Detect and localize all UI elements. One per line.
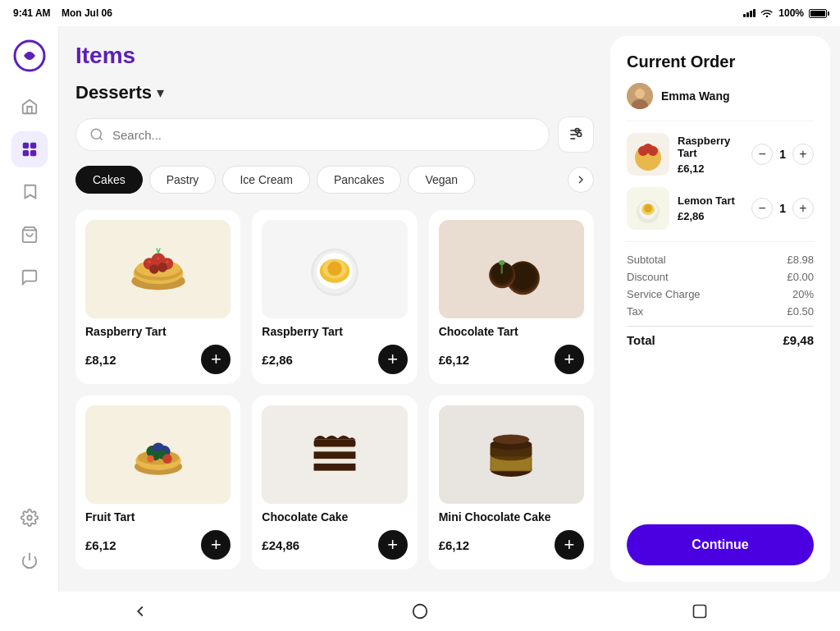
add-product-button-6[interactable]: + [555,530,584,560]
svg-rect-1 [22,143,28,149]
chocolate-tart-img [478,236,544,302]
sidebar-item-home[interactable] [11,89,48,125]
product-name-4: Fruit Tart [85,510,231,524]
sidebar-item-power[interactable] [11,542,48,578]
svg-rect-76 [694,606,706,618]
add-product-button-1[interactable]: + [201,345,231,374]
summary-tax: Tax £0.50 [627,305,814,318]
svg-point-51 [147,455,154,463]
tab-ice-cream[interactable]: Ice Cream [222,166,310,194]
back-button[interactable] [124,595,157,628]
sidebar-bottom [11,500,48,578]
app-logo[interactable] [13,39,46,72]
grid-icon [21,140,39,158]
status-right: 100% [743,7,827,20]
recent-apps-button[interactable] [683,595,716,628]
sidebar [0,26,59,592]
continue-button[interactable]: Continue [627,524,814,565]
summary-subtotal: Subtotal £8.98 [627,254,814,266]
product-card-2: Raspberry Tart £2,86 + [252,210,417,384]
status-time: 9:41 AM [13,7,51,19]
home-nav-button[interactable] [404,595,436,628]
power-icon [21,551,39,569]
order-item-img-1 [628,135,668,174]
status-date: Mon Jul 06 [62,7,112,19]
sidebar-item-cart[interactable] [11,217,48,253]
tax-label: Tax [627,305,643,318]
category-tabs: Cakes Pastry Ice Cream Pancakes Vegan [75,166,594,194]
qty-value-2: 1 [779,202,786,215]
svg-rect-54 [314,440,356,447]
discount-value: £0.00 [787,271,814,283]
add-product-button-3[interactable]: + [555,345,584,374]
add-product-button-4[interactable]: + [201,530,231,560]
qty-decrease-2[interactable]: − [751,198,773,219]
filter-icon [568,126,584,143]
svg-line-27 [158,249,160,254]
order-item-info-2: Lemon Tart £2,86 [678,194,743,222]
svg-point-50 [162,454,172,464]
sidebar-item-grid[interactable] [11,131,48,167]
customer-row: Emma Wang [627,83,814,109]
chevron-down-icon[interactable]: ▾ [157,84,164,102]
chat-icon [21,268,39,286]
svg-point-22 [158,263,167,272]
tab-pancakes[interactable]: Pancakes [317,166,401,194]
qty-decrease-1[interactable]: − [751,144,773,165]
tab-cakes[interactable]: Cakes [75,166,143,194]
summary-discount: Discount £0.00 [627,271,814,283]
order-summary: Subtotal £8.98 Discount £0.00 Service Ch… [627,254,814,347]
signal-icon [743,9,756,17]
order-item-2: Lemon Tart £2,86 − 1 + [627,187,814,230]
tab-vegan[interactable]: Vegan [408,166,475,194]
tabs-next-arrow[interactable] [568,167,594,193]
svg-rect-55 [314,451,356,459]
product-price-row-2: £2,86 + [262,345,407,374]
sidebar-item-bookmark[interactable] [11,174,48,210]
svg-rect-4 [30,150,35,156]
fruit-tart-img [126,422,191,487]
svg-point-74 [644,204,652,213]
svg-point-70 [648,146,658,156]
product-price-row-5: £24,86 + [262,530,407,560]
yellow-tart-img [302,236,368,302]
product-name-3: Chocolate Tart [439,325,584,338]
discount-label: Discount [627,271,669,283]
svg-point-23 [148,261,150,263]
qty-increase-1[interactable]: + [792,144,814,165]
order-item-qty-1: − 1 + [751,144,814,165]
add-product-button-5[interactable]: + [378,530,408,560]
svg-point-8 [91,129,101,139]
sidebar-item-chat[interactable] [11,259,48,295]
cart-icon [21,226,39,244]
svg-rect-3 [22,150,28,156]
products-grid: Raspberry Tart £8,12 + [75,210,594,569]
product-image-4 [85,405,231,504]
service-value: 20% [792,288,814,300]
search-wrapper[interactable] [75,118,550,151]
wifi-icon [760,7,774,20]
avatar-img [627,83,653,109]
product-price-2: £2,86 [262,353,293,367]
svg-point-24 [157,257,159,259]
page-title: Items [75,43,135,69]
summary-total: Total £9,48 [627,326,814,347]
category-dropdown[interactable]: Desserts ▾ [75,82,594,103]
product-price-1: £8,12 [85,353,116,367]
svg-rect-56 [314,464,356,471]
svg-point-63 [493,435,529,445]
svg-point-75 [413,605,427,619]
filter-button[interactable] [558,117,594,153]
search-icon [89,127,104,142]
square-icon [692,603,708,620]
add-product-button-2[interactable]: + [378,345,408,374]
chocolate-cake-img [302,422,368,487]
search-input[interactable] [112,128,536,142]
tab-pastry[interactable]: Pastry [149,166,217,194]
qty-increase-2[interactable]: + [792,198,814,219]
order-item-name-1: Raspberry Tart [678,135,743,159]
search-row [75,117,594,153]
sidebar-item-settings[interactable] [11,500,48,536]
svg-point-25 [166,261,168,263]
order-item-image-1 [627,133,669,176]
